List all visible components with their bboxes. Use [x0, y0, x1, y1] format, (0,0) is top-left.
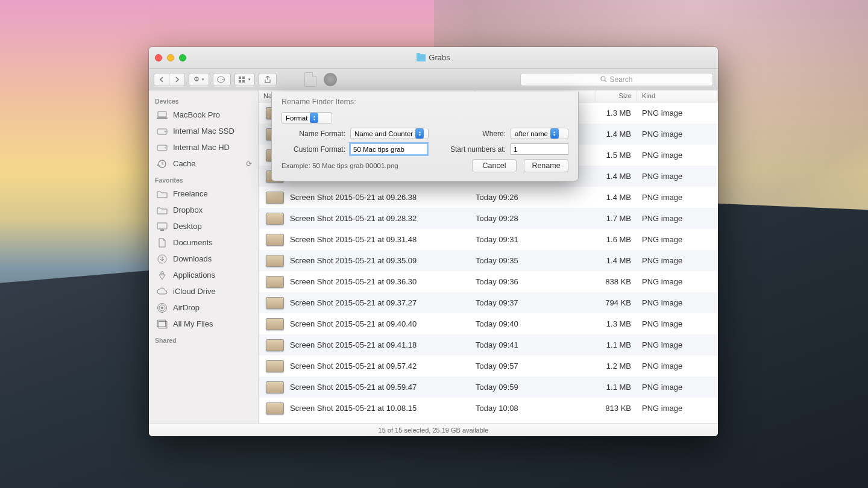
document-icon[interactable]	[304, 72, 316, 87]
column-kind[interactable]: Kind	[637, 90, 718, 102]
automator-icon[interactable]	[324, 73, 337, 86]
sidebar-item-label: AirDrop	[173, 303, 200, 312]
start-number-label: Start numbers at:	[450, 145, 506, 154]
zoom-button[interactable]	[179, 54, 186, 61]
file-date: Today 09:36	[476, 277, 596, 286]
file-size: 813 KB	[596, 404, 637, 413]
sidebar-item[interactable]: Internal Mac SSD	[149, 123, 258, 139]
table-row[interactable]: Screen Shot 2015-05-21 at 09.57.42Today …	[259, 355, 718, 377]
sidebar-item-label: All My Files	[173, 319, 213, 328]
sidebar-item[interactable]: AirDrop	[149, 299, 258, 316]
sidebar-item-label: Internal Mac HD	[173, 143, 230, 152]
table-row[interactable]: Screen Shot 2015-05-21 at 09.35.09Today …	[259, 250, 718, 271]
file-kind: PNG image	[637, 340, 718, 349]
search-input[interactable]: Search	[520, 73, 713, 86]
svg-line-7	[605, 80, 607, 82]
file-date: Today 09:26	[476, 193, 596, 202]
folder-icon	[417, 54, 426, 61]
table-row[interactable]: Screen Shot 2015-05-21 at 09.31.48Today …	[259, 229, 718, 250]
svg-rect-15	[157, 223, 167, 229]
svg-point-18	[161, 307, 163, 309]
sidebar-item-label: Applications	[173, 271, 215, 280]
table-row[interactable]: Screen Shot 2015-05-21 at 09.28.32Today …	[259, 208, 718, 229]
file-name: Screen Shot 2015-05-21 at 09.28.32	[290, 214, 476, 223]
file-kind: PNG image	[637, 193, 718, 202]
file-thumbnail	[266, 381, 284, 393]
close-button[interactable]	[155, 54, 162, 61]
tags-button[interactable]	[213, 73, 231, 86]
sidebar-item[interactable]: Cache⟳	[149, 155, 258, 172]
file-thumbnail	[266, 276, 284, 288]
sidebar-item[interactable]: Downloads	[149, 251, 258, 267]
share-button[interactable]	[259, 73, 277, 86]
chevron-updown-icon: ▴▾	[310, 113, 318, 123]
file-name: Screen Shot 2015-05-21 at 10.08.15	[290, 404, 476, 413]
file-kind: PNG image	[637, 256, 718, 265]
sidebar-item[interactable]: All My Files	[149, 316, 258, 332]
rename-button[interactable]: Rename	[524, 159, 568, 172]
titlebar[interactable]: Grabs	[149, 47, 718, 69]
status-bar: 15 of 15 selected, 25.19 GB available	[149, 423, 718, 436]
sidebar-item[interactable]: Freelance	[149, 186, 258, 202]
sidebar-item-label: Desktop	[173, 222, 202, 231]
minimize-button[interactable]	[167, 54, 174, 61]
table-row[interactable]: Screen Shot 2015-05-21 at 09.26.38Today …	[259, 187, 718, 208]
sidebar-header: Shared	[149, 332, 258, 346]
start-number-input[interactable]	[511, 143, 568, 155]
file-size: 1.1 MB	[596, 340, 637, 349]
sidebar-item[interactable]: Documents	[149, 234, 258, 251]
allfiles-icon	[156, 319, 168, 329]
where-select[interactable]: after name ▴▾	[511, 128, 568, 139]
sidebar-item[interactable]: Desktop	[149, 218, 258, 234]
sidebar-item[interactable]: Applications	[149, 267, 258, 283]
file-date: Today 09:28	[476, 214, 596, 223]
file-kind: PNG image	[637, 151, 718, 160]
svg-point-13	[165, 147, 166, 148]
laptop-icon	[156, 110, 168, 120]
name-format-select[interactable]: Name and Counter ▴▾	[350, 128, 429, 139]
cancel-button[interactable]: Cancel	[472, 159, 517, 172]
action-menu-button[interactable]: ⚙ ▾	[189, 73, 209, 86]
sidebar-item-label: Dropbox	[173, 205, 203, 214]
grid-icon	[239, 77, 246, 83]
drive-icon	[156, 127, 168, 136]
desktop-icon	[156, 222, 168, 231]
table-row[interactable]: Screen Shot 2015-05-21 at 09.40.40Today …	[259, 313, 718, 334]
sidebar-item[interactable]: MacBook Pro	[149, 107, 258, 123]
file-size: 1.3 MB	[596, 108, 637, 117]
file-date: Today 09:40	[476, 319, 596, 328]
back-button[interactable]	[154, 73, 169, 86]
svg-rect-5	[242, 80, 245, 83]
view-menu-button[interactable]: ▾	[234, 73, 255, 86]
sidebar-item-label: Internal Mac SSD	[173, 127, 234, 136]
timemachine-icon	[156, 159, 168, 169]
file-size: 1.3 MB	[596, 319, 637, 328]
table-row[interactable]: Screen Shot 2015-05-21 at 10.08.15Today …	[259, 398, 718, 419]
file-name: Screen Shot 2015-05-21 at 09.41.18	[290, 340, 476, 349]
custom-format-input[interactable]	[350, 143, 427, 155]
table-row[interactable]: Screen Shot 2015-05-21 at 09.36.30Today …	[259, 271, 718, 292]
toolbar: ⚙ ▾ ▾ Search	[149, 69, 718, 90]
sidebar-item[interactable]: iCloud Drive	[149, 283, 258, 299]
sidebar: DevicesMacBook ProInternal Mac SSDIntern…	[149, 90, 259, 423]
name-format-label: Name Format:	[281, 130, 345, 138]
file-date: Today 09:57	[476, 361, 596, 371]
cloud-icon	[156, 287, 168, 296]
rename-dialog: Rename Finder Items: Format ▴▾ Name Form…	[271, 92, 579, 181]
column-size[interactable]: Size	[596, 90, 637, 102]
table-row[interactable]: Screen Shot 2015-05-21 at 09.37.27Today …	[259, 292, 718, 313]
table-row[interactable]: Screen Shot 2015-05-21 at 09.59.47Today …	[259, 377, 718, 398]
sidebar-item[interactable]: Internal Mac HD	[149, 139, 258, 155]
file-thumbnail	[266, 192, 284, 204]
file-date: Today 09:37	[476, 298, 596, 307]
sidebar-item[interactable]: Dropbox	[149, 202, 258, 218]
table-row[interactable]: Screen Shot 2015-05-21 at 09.41.18Today …	[259, 334, 718, 355]
rename-mode-select[interactable]: Format ▴▾	[281, 112, 332, 124]
forward-button[interactable]	[169, 73, 185, 86]
file-kind: PNG image	[637, 383, 718, 392]
file-thumbnail	[266, 213, 284, 225]
sync-icon[interactable]: ⟳	[246, 160, 252, 168]
svg-rect-3	[242, 77, 245, 79]
file-kind: PNG image	[637, 235, 718, 244]
file-thumbnail	[266, 339, 284, 351]
